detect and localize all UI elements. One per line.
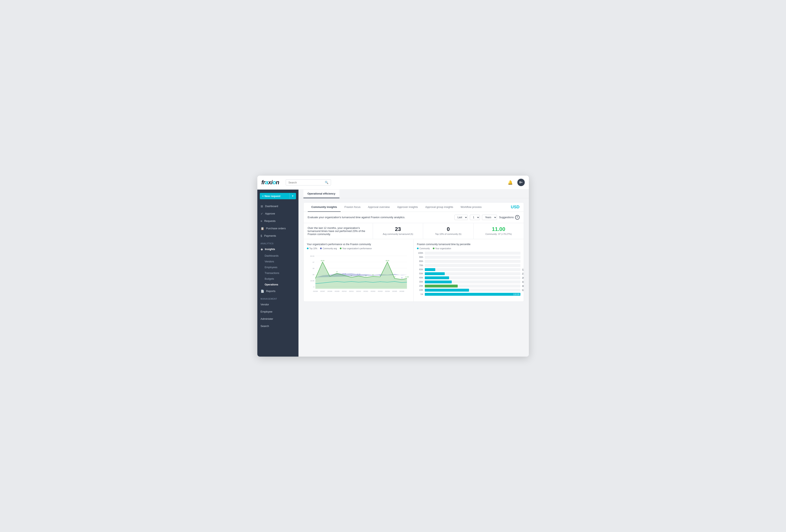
svg-text:38.00: 38.00 (386, 260, 389, 261)
svg-text:37: 37 (336, 271, 338, 273)
sidebar-sub-transactions[interactable]: Transactions (257, 270, 299, 276)
logo: fraxion (261, 179, 279, 186)
sidebar-sub-dashboards[interactable]: Dashboards (257, 253, 299, 259)
sidebar-item-purchase-orders[interactable]: 📋 Purchase orders (257, 225, 299, 232)
sidebar-sub-operations[interactable]: Operations (257, 282, 299, 287)
tab-workflow-process[interactable]: Workflow process (457, 203, 485, 212)
sidebar-item-administer[interactable]: Administer (257, 315, 299, 322)
filter-unit-select[interactable]: Years (482, 215, 497, 220)
bar-value-label: 38.00 (521, 285, 524, 287)
percentile-bar-chart: 100th90th80th70th60th12.0050th23.0040th2… (417, 252, 521, 296)
legend-top10: Top 10% (307, 247, 317, 250)
sidebar: + New request ▼ ⊞ Dashboard ✓ Approve ≡ … (257, 190, 299, 356)
svg-text:202309: 202309 (334, 291, 339, 292)
header: fraxion 🔍 🔔 B+ (257, 176, 529, 190)
bar-row: 30th31.00 (417, 280, 521, 283)
bar-value-label: 31.00 (521, 281, 524, 283)
bar-fill-community (425, 268, 435, 271)
bar-row: 70th (417, 264, 521, 267)
new-request-label[interactable]: + New request (260, 193, 290, 199)
sidebar-item-label: Approve (265, 212, 275, 215)
svg-text:60.00: 60.00 (310, 255, 315, 257)
svg-text:35: 35 (313, 268, 314, 270)
tab-approver-insights[interactable]: Approver insights (394, 203, 421, 212)
svg-text:31: 31 (372, 274, 374, 276)
suggestions-label: Suggestions (499, 216, 514, 219)
bar-fill-community (425, 289, 469, 292)
sidebar-item-label: Search (261, 324, 269, 328)
sidebar-item-approve[interactable]: ✓ Approve (257, 210, 299, 217)
legend-top10-label: Top 10% (309, 247, 317, 250)
search-bar[interactable]: 🔍 (286, 179, 331, 185)
analytics-section-label: ANALYTICS (257, 239, 299, 246)
svg-text:202307: 202307 (320, 291, 325, 292)
sidebar-item-dashboard[interactable]: ⊞ Dashboard (257, 203, 299, 210)
main-content: Operational efficiency Community insight… (299, 190, 529, 356)
notification-button[interactable]: 🔔 (507, 179, 514, 186)
sidebar-item-insights[interactable]: ◈ Insights (257, 246, 299, 253)
legend-community-label: Community (419, 247, 430, 250)
tab-fraxion-focus[interactable]: Fraxion focus (341, 203, 364, 212)
sidebar-item-label: Dashboard (265, 205, 278, 208)
stat-avg-number: 23 (395, 226, 401, 232)
tab-approval-overview[interactable]: Approval overview (364, 203, 394, 212)
management-section-label: MANAGEMENT (257, 295, 299, 301)
filter-period-select[interactable]: Last (455, 215, 468, 220)
stats-row: Over the last 12 months, your organizati… (304, 223, 524, 239)
tab-operational-efficiency[interactable]: Operational efficiency (303, 190, 340, 198)
bar-label: 80th (417, 260, 423, 262)
sidebar-item-payments[interactable]: $ Payments (257, 232, 299, 239)
bar-value-label: 28.00 (521, 277, 524, 279)
sidebar-sub-budgets[interactable]: Budgets (257, 276, 299, 282)
bar-row: 60th12.00 (417, 268, 521, 271)
legend-your-org-label: Your organization (435, 247, 451, 250)
search-icon: 🔍 (325, 181, 328, 184)
filter-row: Evaluate your organization's turnaround … (304, 212, 524, 223)
sidebar-item-employee[interactable]: Employee (257, 308, 299, 315)
help-icon[interactable]: ? (515, 215, 519, 219)
svg-text:202304: 202304 (385, 291, 390, 292)
bar-fill-community (425, 272, 445, 275)
svg-text:202308: 202308 (327, 291, 332, 292)
svg-text:16.90: 16.90 (310, 280, 315, 282)
new-request-button[interactable]: + New request ▼ (260, 193, 296, 199)
bar-value-label: 110.00 (513, 293, 519, 295)
bar-label: 1st (417, 293, 423, 295)
bar-label: 30th (417, 281, 423, 283)
svg-text:202311: 202311 (349, 291, 354, 292)
tab-community-insights[interactable]: Community insights (308, 203, 341, 212)
bar-label: 60th (417, 268, 423, 271)
bar-row: 20th38.00 (417, 285, 521, 287)
svg-text:202301: 202301 (363, 291, 368, 292)
bar-label: 50th (417, 273, 423, 275)
svg-text:202310: 202310 (342, 291, 346, 292)
svg-text:37: 37 (313, 261, 314, 263)
legend-your-org: Your organization (433, 247, 451, 250)
bar-label: 70th (417, 264, 423, 267)
search-input[interactable] (288, 181, 323, 184)
sidebar-item-vendor[interactable]: Vendor (257, 301, 299, 308)
sidebar-sub-employees[interactable]: Employees (257, 264, 299, 270)
filter-value-select[interactable]: 1 (470, 215, 480, 220)
stat-community-label: Community: 37 (+70.27%) (485, 233, 512, 235)
bar-row: 90th (417, 256, 521, 259)
sidebar-item-reports[interactable]: 📄 Reports (257, 287, 299, 295)
tab-approval-group-insights[interactable]: Approval group insights (421, 203, 457, 212)
sidebar-sub-vendors[interactable]: Vendors (257, 259, 299, 264)
suggestions-button[interactable]: Suggestions ? (499, 215, 519, 219)
right-chart-legend: Community Your organization (417, 247, 521, 250)
bar-label: 100th (417, 252, 423, 254)
dashboard-icon: ⊞ (261, 205, 263, 208)
sidebar-item-search[interactable]: Search (257, 322, 299, 330)
chart-legend: Top 10% Community avg Your organization'… (307, 247, 410, 250)
chart-left: Your organization's performance vs the F… (304, 239, 414, 301)
avatar[interactable]: B+ (517, 179, 525, 186)
svg-text:60.00: 60.00 (321, 260, 324, 261)
svg-text:202305: 202305 (392, 291, 397, 292)
bar-fill-community (425, 280, 452, 283)
stat-top10: 0 Top 10% of community (h) (423, 223, 473, 239)
new-request-dropdown-arrow[interactable]: ▼ (290, 193, 296, 199)
charts-area: Your organization's performance vs the F… (304, 239, 524, 301)
bar-fill-community (425, 285, 458, 287)
sidebar-item-requests[interactable]: ≡ Requests (257, 217, 299, 225)
